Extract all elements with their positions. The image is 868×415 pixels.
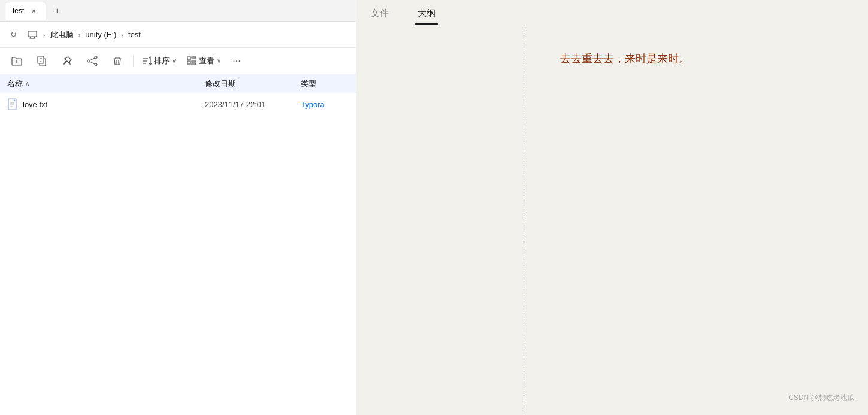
refresh-icon: ↻ bbox=[10, 30, 17, 39]
chevron-icon-1: › bbox=[43, 31, 46, 38]
tab-outline-label: 大纲 bbox=[418, 8, 435, 18]
more-options-button[interactable]: ··· bbox=[227, 52, 246, 71]
svg-line-15 bbox=[90, 58, 95, 60]
column-header-row: 名称 ∧ 修改日期 类型 bbox=[0, 74, 356, 93]
tab-label: test bbox=[13, 7, 24, 15]
delete-icon bbox=[111, 55, 123, 67]
file-explorer: test ✕ + ↻ › 此电脑 › unity (E:) › test bbox=[0, 0, 356, 415]
tab-bar: test ✕ + bbox=[0, 0, 356, 22]
view-button[interactable]: 查看 ∨ bbox=[182, 50, 226, 72]
svg-rect-0 bbox=[28, 31, 37, 37]
typora-content-area: 去去重去去，来时是来时。 CSDN @想吃烤地瓜. bbox=[356, 25, 868, 415]
tab-close-button[interactable]: ✕ bbox=[29, 6, 38, 16]
svg-rect-20 bbox=[187, 57, 190, 60]
typora-panel: 文件 大纲 去去重去去，来时是来时。 CSDN @想吃烤地瓜. bbox=[356, 0, 868, 415]
tab-files[interactable]: 文件 bbox=[356, 3, 403, 25]
delete-button[interactable] bbox=[105, 50, 129, 72]
sort-chevron-icon: ∨ bbox=[172, 57, 176, 64]
pin-icon bbox=[61, 55, 73, 67]
column-name-header[interactable]: 名称 ∧ bbox=[7, 78, 205, 89]
breadcrumb-drive[interactable]: unity (E:) bbox=[83, 29, 119, 40]
column-type-label: 类型 bbox=[301, 79, 316, 88]
pin-button[interactable] bbox=[55, 50, 79, 72]
svg-rect-24 bbox=[192, 63, 196, 65]
share-icon bbox=[86, 55, 98, 67]
view-icon bbox=[187, 56, 196, 66]
chevron-icon-2: › bbox=[78, 31, 81, 38]
more-icon: ··· bbox=[232, 56, 240, 66]
typora-tab-bar: 文件 大纲 bbox=[356, 0, 868, 25]
txt-file-icon bbox=[8, 98, 19, 110]
chevron-icon-3: › bbox=[121, 31, 123, 38]
svg-rect-21 bbox=[192, 57, 196, 58]
typora-main-editor[interactable]: 去去重去去，来时是来时。 CSDN @想吃烤地瓜. bbox=[524, 25, 868, 415]
typora-outline-panel bbox=[356, 25, 524, 415]
share-button[interactable] bbox=[80, 50, 104, 72]
address-bar: ↻ › 此电脑 › unity (E:) › test bbox=[0, 22, 356, 48]
view-label: 查看 bbox=[199, 56, 214, 66]
view-chevron-icon: ∨ bbox=[217, 57, 221, 64]
copy-path-button[interactable] bbox=[30, 50, 54, 72]
copy-path-icon bbox=[36, 55, 48, 67]
browser-tab[interactable]: test ✕ bbox=[5, 2, 46, 20]
file-icon bbox=[7, 98, 19, 110]
svg-rect-23 bbox=[192, 61, 196, 62]
toolbar: 排序 ∨ 查看 ∨ ··· bbox=[0, 48, 356, 74]
sort-arrow-icon: ∧ bbox=[25, 80, 29, 87]
new-folder-button[interactable] bbox=[5, 50, 29, 72]
svg-point-14 bbox=[95, 63, 97, 66]
column-date-label: 修改日期 bbox=[205, 79, 236, 88]
new-folder-icon bbox=[11, 55, 23, 67]
svg-rect-22 bbox=[187, 61, 190, 64]
breadcrumb: › 此电脑 › unity (E:) › test bbox=[43, 28, 143, 41]
file-date: 2023/11/17 22:01 bbox=[205, 100, 301, 109]
column-name-label: 名称 bbox=[7, 78, 23, 89]
file-type: Typora bbox=[301, 100, 349, 109]
editor-content: 去去重去去，来时是来时。 bbox=[560, 49, 832, 68]
tab-files-label: 文件 bbox=[371, 8, 389, 18]
file-name: love.txt bbox=[23, 100, 205, 109]
sort-icon bbox=[142, 56, 152, 66]
sort-button[interactable]: 排序 ∨ bbox=[137, 50, 181, 72]
refresh-button[interactable]: ↻ bbox=[5, 26, 22, 43]
column-type-header[interactable]: 类型 bbox=[301, 78, 349, 89]
svg-line-16 bbox=[90, 62, 95, 64]
csdn-watermark: CSDN @想吃烤地瓜. bbox=[788, 393, 856, 403]
breadcrumb-folder[interactable]: test bbox=[126, 29, 143, 40]
tab-outline[interactable]: 大纲 bbox=[403, 3, 450, 25]
computer-icon bbox=[28, 30, 37, 40]
toolbar-divider-1 bbox=[133, 55, 134, 67]
file-list: love.txt 2023/11/17 22:01 Typora bbox=[0, 93, 356, 415]
sort-label: 排序 bbox=[154, 56, 170, 66]
breadcrumb-computer[interactable]: 此电脑 bbox=[48, 28, 76, 41]
new-tab-button[interactable]: + bbox=[49, 2, 65, 19]
svg-point-12 bbox=[95, 56, 97, 59]
column-date-header[interactable]: 修改日期 bbox=[205, 78, 301, 89]
computer-icon-button[interactable] bbox=[24, 26, 41, 43]
svg-point-13 bbox=[87, 60, 90, 62]
table-row[interactable]: love.txt 2023/11/17 22:01 Typora bbox=[0, 93, 356, 115]
